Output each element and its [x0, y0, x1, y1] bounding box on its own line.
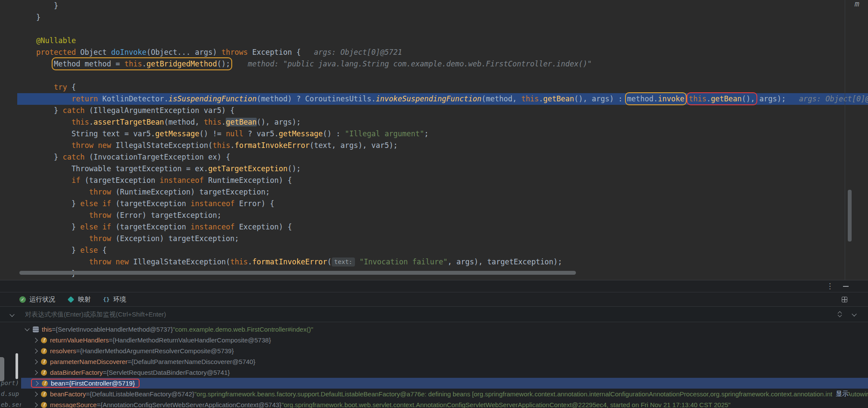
code-line[interactable]: } else if (targetException instanceof Ex…	[17, 221, 868, 233]
code-token: invoke	[658, 94, 684, 103]
code-token: instanceof	[160, 176, 204, 185]
code-token: this	[124, 60, 142, 68]
code-line[interactable]: } else {	[17, 245, 868, 256]
code-token: (Exception) targetException;	[111, 234, 239, 243]
variable-reference: {HandlerMethodArgumentResolverComposite@…	[80, 347, 234, 355]
code-line[interactable]: protected Object doInvoke(Object... args…	[17, 47, 868, 58]
variable-row-returnValueHandlers[interactable]: freturnValueHandlers = {HandlerMethodRet…	[21, 335, 868, 345]
layout-grid-icon[interactable]	[842, 297, 847, 302]
show-link[interactable]: 显示	[832, 390, 849, 398]
variable-row-this[interactable]: this = {ServletInvocableHandlerMethod@57…	[21, 324, 868, 335]
code-line[interactable]: }	[17, 0, 868, 12]
frames-scrollbar[interactable]	[16, 353, 18, 379]
code-token: else	[80, 246, 98, 254]
code-line[interactable]: this.assertTargetBean(method, this.getBe…	[17, 116, 868, 128]
code-line[interactable]: String text = var5.getMessage() != null …	[17, 128, 868, 140]
variable-row-messageSource[interactable]: fmessageSource = {AnnotationConfigServle…	[21, 399, 868, 408]
code-token: isSuspendingFunction	[168, 94, 257, 103]
code-token: .	[221, 118, 226, 126]
code-token: .	[89, 118, 93, 126]
variable-row-bean[interactable]: fbean = {FirstController@5719}	[21, 378, 868, 389]
code-token	[98, 199, 102, 208]
code-line[interactable]: throw new IllegalStateException(this.for…	[17, 256, 868, 268]
code-token: else	[80, 199, 98, 208]
code-token: else	[80, 223, 98, 231]
chevron-right-icon[interactable]	[34, 381, 38, 386]
editor-horizontal-scrollbar[interactable]	[19, 271, 576, 275]
chevron-right-icon[interactable]	[33, 359, 37, 364]
code-line[interactable]: } catch (InvocationTargetException ex) {	[17, 151, 868, 163]
code-line[interactable]: throw (Error) targetException;	[17, 210, 868, 221]
chevron-right-icon[interactable]	[33, 348, 37, 353]
tab-health[interactable]: ✓运行状况	[19, 295, 55, 304]
code-token: @Nullable	[36, 36, 76, 45]
code-token: (), args) :	[574, 94, 627, 103]
code-line[interactable]: } catch (IllegalArgumentException var5) …	[17, 105, 868, 116]
code-token: catch	[62, 153, 84, 161]
variable-name: parameterNameDiscoverer	[50, 358, 128, 365]
tab-environment[interactable]: {}环境	[103, 295, 126, 304]
variable-row-resolvers[interactable]: fresolvers = {HandlerMethodArgumentResol…	[21, 345, 868, 356]
code-token: this	[689, 94, 706, 103]
code-line[interactable]: }	[17, 12, 868, 23]
chevron-down-icon[interactable]	[852, 311, 856, 316]
code-area[interactable]: }}@Nullableprotected Object doInvoke(Obj…	[17, 0, 868, 279]
code-line[interactable]: Method method = this.getBridgedMethod();…	[17, 58, 868, 70]
code-token: if	[103, 223, 111, 231]
code-token: }	[36, 223, 80, 231]
code-token: RuntimeException) {	[204, 176, 292, 185]
equals-sign: =	[86, 390, 90, 398]
code-token: .	[248, 257, 252, 266]
editor-vertical-scrollbar[interactable]	[848, 190, 852, 242]
variable-name: dataBinderFactory	[50, 369, 103, 376]
code-token	[36, 234, 89, 243]
code-line[interactable]: if (targetException instanceof RuntimeEx…	[17, 175, 868, 186]
variable-reference: {AnnotationConfigServletWebServerApplica…	[100, 401, 281, 408]
code-token: this	[204, 118, 221, 126]
field-icon: f	[41, 402, 47, 408]
chevron-right-icon[interactable]	[33, 402, 37, 407]
code-token: Exception) {	[235, 223, 292, 231]
code-line[interactable]	[17, 23, 868, 35]
sort-icon[interactable]	[838, 311, 842, 317]
evaluate-expression-bar[interactable]: 对表达式求值(Enter)或添加监视(Ctrl+Shift+Enter)	[0, 307, 868, 322]
equals-sign: =	[109, 336, 112, 344]
code-token: throw	[89, 234, 111, 243]
code-line[interactable]: try {	[17, 82, 868, 93]
chevron-right-icon[interactable]	[33, 338, 37, 342]
code-editor[interactable]: }}@Nullableprotected Object doInvoke(Obj…	[0, 0, 868, 280]
variable-row-dataBinderFactory[interactable]: fdataBinderFactory = {ServletRequestData…	[21, 367, 868, 378]
chevron-down-icon[interactable]	[25, 326, 29, 331]
code-line[interactable]	[17, 70, 868, 82]
field-icon: f	[42, 380, 48, 386]
equals-sign: =	[52, 326, 56, 333]
code-line[interactable]: throw (RuntimeException) targetException…	[17, 186, 868, 198]
code-token: if	[103, 199, 111, 208]
variable-row-beanFactory[interactable]: fbeanFactory = {DefaultListableBeanFacto…	[21, 389, 868, 399]
more-options-icon[interactable]: ⋮	[826, 282, 834, 291]
equals-sign: =	[128, 358, 131, 365]
hide-panel-icon[interactable]	[843, 286, 849, 287]
chevron-right-icon[interactable]	[33, 370, 37, 375]
variable-reference: {DefaultParameterNameDiscoverer@5740}	[131, 358, 255, 365]
code-line[interactable]: Throwable targetException = ex.getTarget…	[17, 163, 868, 175]
code-token: KotlinDetector.	[98, 94, 168, 103]
code-token: doInvoke	[111, 48, 146, 56]
code-line[interactable]: @Nullable	[17, 35, 868, 47]
code-token	[230, 60, 248, 68]
tab-mappings[interactable]: 映射	[67, 295, 91, 304]
code-line[interactable]: } else if (targetException instanceof Er…	[17, 198, 868, 210]
variable-name: this	[42, 326, 52, 333]
code-token: (), args);	[257, 118, 301, 126]
code-token	[36, 83, 54, 91]
code-token: (InvocationTargetException ex) {	[85, 153, 230, 161]
equals-sign: =	[65, 380, 69, 387]
code-token: (	[327, 257, 332, 266]
variable-row-parameterNameDiscoverer[interactable]: fparameterNameDiscoverer = {DefaultParam…	[21, 356, 868, 367]
chevron-down-icon[interactable]	[9, 312, 14, 317]
chevron-right-icon[interactable]	[33, 392, 37, 396]
execution-line[interactable]: return KotlinDetector.isSuspendingFuncti…	[17, 93, 868, 105]
evaluate-expression-input[interactable]: 对表达式求值(Enter)或添加监视(Ctrl+Shift+Enter)	[25, 307, 166, 322]
code-line[interactable]: throw (Exception) targetException;	[17, 233, 868, 245]
code-line[interactable]: throw new IllegalStateException(this.for…	[17, 140, 868, 151]
